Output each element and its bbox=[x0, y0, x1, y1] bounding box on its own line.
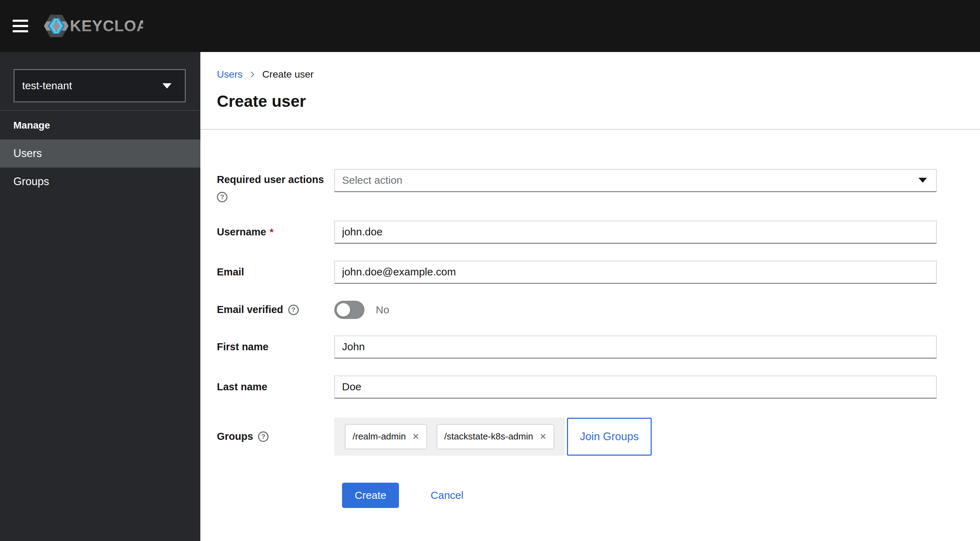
email-control bbox=[334, 261, 937, 284]
create-user-form: Required user actions ? Select action Us… bbox=[200, 130, 980, 508]
join-groups-button[interactable]: Join Groups bbox=[567, 418, 652, 455]
breadcrumb-current: Create user bbox=[262, 69, 313, 80]
help-icon[interactable]: ? bbox=[258, 432, 269, 442]
caret-down-icon bbox=[918, 178, 927, 182]
sidebar-item-label: Groups bbox=[13, 175, 49, 188]
required-user-actions-label: Required user actions bbox=[217, 174, 324, 186]
first-name-label-cell: First name bbox=[217, 341, 334, 353]
help-icon[interactable]: ? bbox=[217, 192, 228, 202]
groups-row: Groups ? /realm-admin ✕ /stacksta bbox=[217, 418, 937, 455]
hamburger-bar bbox=[13, 30, 28, 32]
hamburger-bar bbox=[13, 25, 28, 27]
required-user-actions-select[interactable]: Select action bbox=[334, 169, 937, 192]
chip-remove-icon[interactable]: ✕ bbox=[539, 432, 547, 442]
email-verified-switch-wrap: No bbox=[334, 301, 937, 319]
required-user-actions-label-cell: Required user actions ? bbox=[217, 169, 334, 202]
last-name-input[interactable] bbox=[334, 376, 937, 399]
realm-selector-value: test-tenant bbox=[22, 80, 72, 92]
breadcrumb-users-link[interactable]: Users bbox=[217, 69, 243, 80]
keycloak-logo: KEYCLOAK bbox=[44, 13, 143, 39]
first-name-label: First name bbox=[217, 341, 269, 353]
sidebar-item-label: Users bbox=[13, 147, 42, 160]
first-name-input[interactable] bbox=[334, 335, 937, 359]
select-placeholder: Select action bbox=[342, 174, 402, 186]
sidebar-item-groups[interactable]: Groups bbox=[0, 168, 200, 196]
hamburger-bar bbox=[13, 20, 28, 22]
first-name-control bbox=[334, 335, 937, 359]
realm-selector[interactable]: test-tenant bbox=[14, 69, 186, 102]
last-name-row: Last name bbox=[217, 376, 937, 399]
groups-control: /realm-admin ✕ /stackstate-k8s-admin ✕ J… bbox=[334, 418, 937, 455]
group-chip-text: /stackstate-k8s-admin bbox=[444, 431, 533, 442]
create-button[interactable]: Create bbox=[342, 483, 399, 508]
group-chip: /stackstate-k8s-admin ✕ bbox=[437, 424, 554, 449]
group-chip-text: /realm-admin bbox=[353, 431, 406, 442]
chip-remove-icon[interactable]: ✕ bbox=[412, 432, 419, 442]
username-row: Username * bbox=[217, 221, 937, 244]
page-title: Create user bbox=[217, 92, 980, 111]
breadcrumb: Users Create user bbox=[200, 52, 980, 80]
keycloak-admin-page: KEYCLOAK test-tenant Manage Users Groups bbox=[0, 0, 980, 541]
nav-section-title: Manage bbox=[0, 111, 200, 131]
masthead: KEYCLOAK bbox=[0, 0, 980, 52]
main-content: Users Create user Create user Required u… bbox=[200, 52, 980, 541]
body-split: test-tenant Manage Users Groups Users bbox=[0, 52, 980, 541]
first-name-row: First name bbox=[217, 335, 937, 359]
sidebar: test-tenant Manage Users Groups bbox=[0, 52, 200, 541]
last-name-label: Last name bbox=[217, 381, 267, 393]
groups-label-cell: Groups ? bbox=[217, 431, 334, 442]
chevron-down-icon bbox=[162, 83, 172, 89]
groups-label: Groups bbox=[217, 431, 253, 442]
toggle-knob bbox=[337, 303, 350, 317]
sidebar-item-users[interactable]: Users bbox=[0, 140, 200, 168]
email-verified-label-cell: Email verified ? bbox=[217, 304, 334, 316]
group-chip-list: /realm-admin ✕ /stackstate-k8s-admin ✕ bbox=[334, 418, 565, 455]
actions-cell: Create Cancel bbox=[334, 483, 937, 508]
last-name-label-cell: Last name bbox=[217, 381, 334, 393]
required-asterisk: * bbox=[270, 227, 274, 238]
cancel-button[interactable]: Cancel bbox=[431, 489, 463, 501]
nav-list: Users Groups bbox=[0, 140, 200, 196]
form-actions-row: Create Cancel bbox=[217, 483, 937, 508]
email-row: Email bbox=[217, 261, 937, 284]
email-input[interactable] bbox=[334, 261, 937, 284]
group-chip: /realm-admin ✕ bbox=[345, 424, 427, 449]
email-verified-state: No bbox=[376, 304, 389, 316]
username-input[interactable] bbox=[334, 221, 937, 244]
email-verified-toggle[interactable] bbox=[334, 301, 364, 319]
required-user-actions-control: Select action bbox=[334, 169, 937, 192]
email-verified-control: No bbox=[334, 301, 937, 319]
keycloak-logo-icon: KEYCLOAK bbox=[44, 13, 143, 39]
email-verified-row: Email verified ? No bbox=[217, 301, 937, 319]
email-label: Email bbox=[217, 266, 244, 278]
username-label: Username bbox=[217, 226, 266, 238]
email-label-cell: Email bbox=[217, 266, 334, 278]
required-user-actions-row: Required user actions ? Select action bbox=[217, 169, 937, 202]
brand-text: KEYCLOAK bbox=[70, 17, 143, 35]
email-verified-label: Email verified bbox=[217, 304, 283, 316]
help-icon[interactable]: ? bbox=[288, 305, 299, 315]
last-name-control bbox=[334, 376, 937, 399]
username-control bbox=[334, 221, 937, 244]
sidebar-toggle-hamburger-icon[interactable] bbox=[13, 20, 28, 32]
username-label-cell: Username * bbox=[217, 226, 334, 238]
chevron-right-icon bbox=[249, 71, 256, 78]
